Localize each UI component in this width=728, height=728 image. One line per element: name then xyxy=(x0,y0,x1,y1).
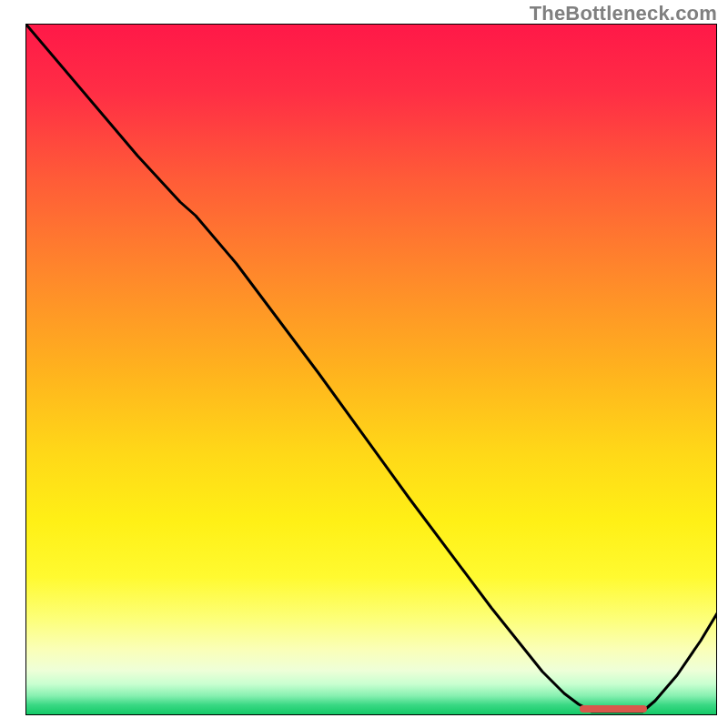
flat-marker xyxy=(580,705,647,713)
plot-area xyxy=(25,24,717,715)
plot-svg xyxy=(25,24,717,715)
watermark-text: TheBottleneck.com xyxy=(530,2,717,25)
gradient-background xyxy=(25,24,717,715)
chart-container: TheBottleneck.com xyxy=(0,0,728,728)
